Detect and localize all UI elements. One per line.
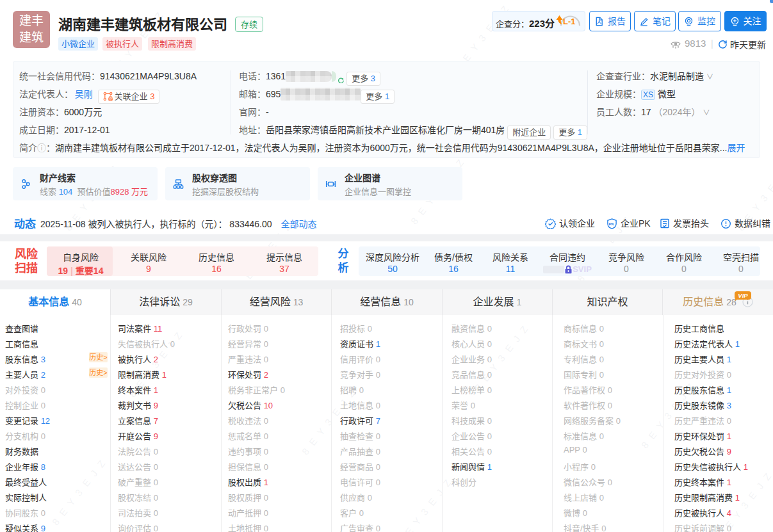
svg-text:企: 企 bbox=[109, 96, 112, 101]
svg-text:PK: PK bbox=[608, 221, 614, 225]
svg-text:人: 人 bbox=[597, 19, 601, 24]
